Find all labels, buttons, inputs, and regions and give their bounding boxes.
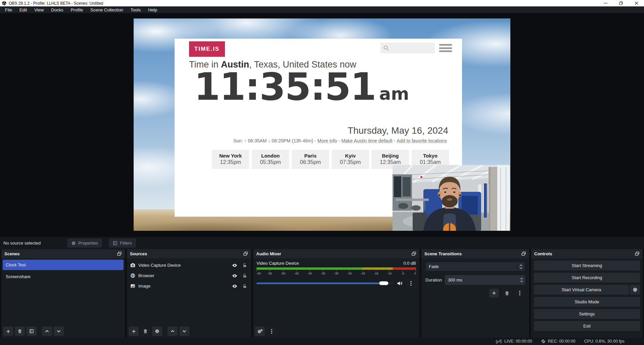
start-virtual-camera-button[interactable]: Start Virtual Camera <box>534 285 629 295</box>
source-move-down-button[interactable] <box>179 327 189 336</box>
scene-item-clock-test[interactable]: Clock Test <box>3 260 124 270</box>
chevron-up-icon <box>45 329 49 334</box>
obs-window: OBS 29.1.2 - Profile: LLHLS BETA - Scene… <box>0 0 644 345</box>
controls-dock: Controls Start Streaming Start Recording… <box>531 249 643 338</box>
mixer-channel-name: Video Capture Device <box>257 261 299 266</box>
hamburger-menu-icon[interactable] <box>439 44 452 52</box>
eye-icon[interactable] <box>232 273 237 278</box>
city-time-london[interactable]: London05:35pm <box>252 150 289 169</box>
start-recording-button[interactable]: Start Recording <box>534 273 640 283</box>
menu-help[interactable]: Help <box>144 6 161 13</box>
dock-popout-icon[interactable] <box>117 251 122 256</box>
minimize-button[interactable] <box>598 0 613 6</box>
audio-mixer-dock-title: Audio Mixer <box>256 251 281 256</box>
meter-tick-marks <box>257 270 416 271</box>
chevron-down-icon <box>56 329 61 334</box>
eye-icon[interactable] <box>232 284 237 289</box>
menu-profile[interactable]: Profile <box>67 6 87 13</box>
make-default-link[interactable]: Make Austin time default <box>341 138 393 143</box>
virtual-camera-settings-button[interactable] <box>630 285 640 295</box>
volume-slider[interactable] <box>257 283 394 284</box>
spin-down-icon[interactable] <box>520 281 523 282</box>
meter-tick-label: -40 <box>308 272 312 275</box>
scenes-dock: Scenes Clock Test Screenshare <box>1 249 125 338</box>
transition-select-arrows[interactable] <box>517 262 525 271</box>
record-inactive-icon <box>541 339 546 344</box>
exit-button[interactable]: Exit <box>534 321 640 331</box>
transition-select[interactable]: Fade <box>425 262 525 271</box>
studio-mode-button[interactable]: Studio Mode <box>534 297 640 307</box>
spin-up-icon[interactable] <box>520 278 523 279</box>
menu-file[interactable]: File <box>1 6 16 13</box>
remove-scene-button[interactable] <box>15 327 25 336</box>
gear-icon <box>71 241 76 246</box>
dock-popout-icon[interactable] <box>411 251 416 256</box>
eye-icon[interactable] <box>232 263 237 268</box>
transition-options-button[interactable] <box>515 289 524 298</box>
source-properties-button[interactable] <box>152 327 162 336</box>
more-info-link[interactable]: More info <box>317 138 337 143</box>
city-time-newyork[interactable]: New York12:35pm <box>212 150 249 169</box>
dock-popout-icon[interactable] <box>521 251 526 256</box>
filters-button[interactable]: Filters <box>109 239 136 248</box>
gear-icon <box>155 329 159 334</box>
rec-status: REC: 00:00:00 <box>541 339 576 344</box>
dock-area: Scenes Clock Test Screenshare Sources <box>0 249 644 338</box>
add-transition-button[interactable] <box>489 289 499 298</box>
remove-transition-button[interactable] <box>502 289 512 298</box>
mixer-options-button[interactable] <box>267 327 277 336</box>
source-row-video-capture[interactable]: Video Capture Device <box>127 260 251 270</box>
city-time-paris[interactable]: Paris06:35pm <box>292 150 329 169</box>
lock-icon[interactable] <box>242 273 247 278</box>
trash-icon <box>143 329 148 334</box>
city-time-kyiv[interactable]: Kyiv07:35pm <box>332 150 369 169</box>
meter-tick-label: -45 <box>294 272 298 275</box>
menu-edit[interactable]: Edit <box>16 6 31 13</box>
search-input[interactable] <box>380 43 435 53</box>
add-source-button[interactable] <box>129 327 139 336</box>
cpu-status: CPU: 0.6%, 30.00 fps <box>584 339 625 344</box>
advanced-audio-button[interactable] <box>255 327 265 336</box>
meter-tick-label: -10 <box>387 272 392 275</box>
add-scene-button[interactable] <box>3 327 13 336</box>
controls-dock-title: Controls <box>534 251 552 256</box>
dock-popout-icon[interactable] <box>635 251 640 256</box>
kebab-menu-icon <box>410 281 412 286</box>
source-move-up-button[interactable] <box>168 327 178 336</box>
source-row-browser[interactable]: Browser <box>127 270 251 281</box>
scene-item-screenshare[interactable]: Screenshare <box>3 271 124 282</box>
speaker-icon[interactable] <box>397 281 403 286</box>
clock-display: 11:35:51 am <box>194 65 409 109</box>
restore-button[interactable] <box>613 0 629 6</box>
remove-source-button[interactable] <box>140 327 150 336</box>
menu-tools[interactable]: Tools <box>127 6 144 13</box>
kebab-menu-icon <box>519 291 520 296</box>
volume-meter <box>257 267 416 270</box>
no-source-selected-label: No source selected <box>3 241 67 246</box>
image-icon <box>130 284 135 289</box>
filter-icon <box>113 241 118 246</box>
mixer-channel-options-button[interactable] <box>406 278 416 288</box>
duration-spinbox[interactable]: 300 ms <box>445 275 525 285</box>
scene-filters-button[interactable] <box>27 327 37 336</box>
dock-popout-icon[interactable] <box>243 251 248 256</box>
filter-icon <box>29 329 34 334</box>
gear-icon <box>633 287 638 292</box>
menu-docks[interactable]: Docks <box>47 6 67 13</box>
volume-slider-handle[interactable] <box>379 282 388 285</box>
source-row-image[interactable]: Image <box>127 281 251 291</box>
program-canvas[interactable]: TIME.IS Time in Austin, Texas, United St… <box>134 18 510 231</box>
kebab-menu-icon <box>271 329 272 334</box>
menu-scene-collection[interactable]: Scene Collection <box>87 6 127 13</box>
start-streaming-button[interactable]: Start Streaming <box>534 261 640 270</box>
menu-view[interactable]: View <box>31 6 47 13</box>
add-favorite-link[interactable]: Add to favorite locations <box>397 138 447 143</box>
meter-tick-label: -35 <box>321 272 325 275</box>
properties-button[interactable]: Properties <box>67 239 102 248</box>
close-button[interactable] <box>629 0 644 6</box>
scene-move-up-button[interactable] <box>42 327 52 336</box>
scene-move-down-button[interactable] <box>54 327 64 336</box>
settings-button[interactable]: Settings <box>534 309 640 319</box>
lock-icon[interactable] <box>242 263 247 268</box>
lock-icon[interactable] <box>242 284 247 289</box>
